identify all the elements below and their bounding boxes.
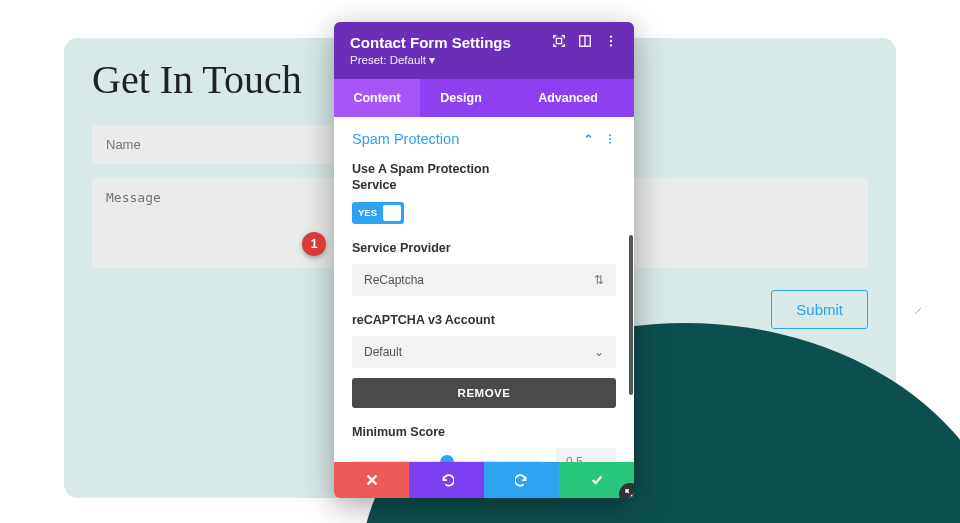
more-icon[interactable]	[604, 34, 618, 48]
focus-icon[interactable]	[552, 34, 566, 48]
account-value: Default	[364, 345, 402, 359]
slider-thumb[interactable]	[440, 455, 454, 462]
modal-title: Contact Form Settings	[350, 34, 552, 51]
score-group: Minimum Score	[352, 424, 616, 462]
modal-header: Contact Form Settings Preset: Default ▾	[334, 22, 634, 79]
svg-point-3	[610, 35, 612, 37]
provider-value: ReCaptcha	[364, 273, 424, 287]
modal-footer	[334, 462, 634, 498]
account-select[interactable]: Default ⌄	[352, 336, 616, 368]
textarea-resize-handle[interactable]: ⟋	[912, 304, 924, 318]
tab-advanced[interactable]: Advanced	[502, 79, 634, 117]
modal-body: Spam Protection ⌃ Use A Spam Protection …	[334, 117, 634, 462]
remove-button[interactable]: REMOVE	[352, 378, 616, 408]
provider-label: Service Provider	[352, 240, 616, 256]
svg-point-7	[609, 138, 611, 140]
modal-title-wrap: Contact Form Settings Preset: Default ▾	[350, 34, 552, 67]
toggle-knob	[383, 205, 401, 221]
redo-button[interactable]	[484, 462, 559, 498]
chevron-down-icon: ⌄	[594, 345, 604, 359]
header-icons	[552, 34, 618, 48]
svg-rect-0	[556, 38, 561, 43]
updown-icon: ⇅	[594, 273, 604, 287]
tab-content[interactable]: Content	[334, 79, 420, 117]
collapse-icon[interactable]: ⌃	[583, 132, 594, 147]
columns-icon[interactable]	[578, 34, 592, 48]
modal-tabs: Content Design Advanced	[334, 79, 634, 117]
undo-icon	[440, 473, 454, 487]
score-slider-row	[352, 448, 616, 462]
check-icon	[590, 473, 604, 487]
section-actions: ⌃	[583, 132, 616, 147]
provider-select[interactable]: ReCaptcha ⇅	[352, 264, 616, 296]
settings-modal: Contact Form Settings Preset: Default ▾ …	[334, 22, 634, 498]
svg-point-4	[610, 40, 612, 42]
svg-point-5	[610, 44, 612, 46]
step-badge: 1	[302, 232, 326, 256]
tab-design[interactable]: Design	[420, 79, 502, 117]
cancel-button[interactable]	[334, 462, 409, 498]
account-group: reCAPTCHA v3 Account Default ⌄ REMOVE	[352, 312, 616, 408]
section-header: Spam Protection ⌃	[352, 131, 616, 147]
close-icon	[365, 473, 379, 487]
scrollbar[interactable]	[629, 235, 633, 395]
score-label: Minimum Score	[352, 424, 616, 440]
spam-toggle[interactable]: YES	[352, 202, 404, 224]
undo-button[interactable]	[409, 462, 484, 498]
score-slider[interactable]	[352, 461, 542, 462]
provider-group: Service Provider ReCaptcha ⇅	[352, 240, 616, 296]
use-spam-label: Use A Spam Protection Service	[352, 161, 522, 194]
svg-point-8	[609, 142, 611, 144]
submit-button[interactable]: Submit	[771, 290, 868, 329]
redo-icon	[515, 473, 529, 487]
toggle-yes-text: YES	[352, 207, 377, 218]
score-input[interactable]	[556, 448, 616, 462]
modal-scroll: Spam Protection ⌃ Use A Spam Protection …	[334, 117, 634, 462]
section-more-icon[interactable]	[604, 133, 616, 145]
preset-selector[interactable]: Preset: Default ▾	[350, 53, 552, 67]
account-label: reCAPTCHA v3 Account	[352, 312, 616, 328]
resize-corner[interactable]	[619, 483, 634, 498]
section-title[interactable]: Spam Protection	[352, 131, 459, 147]
svg-point-6	[609, 134, 611, 136]
